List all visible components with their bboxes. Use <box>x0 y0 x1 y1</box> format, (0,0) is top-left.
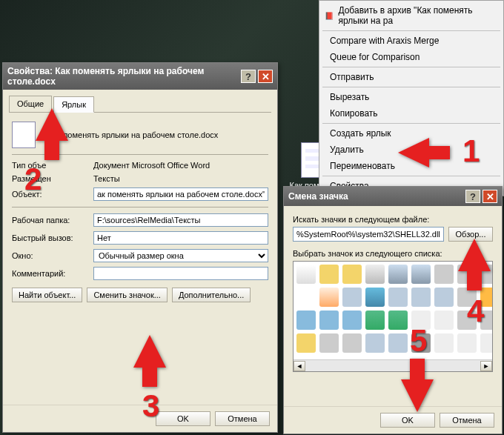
location-value: Тексты <box>93 174 268 183</box>
change-icon-dialog: Смена значка ? ✕ Искать значки в следующ… <box>283 186 503 434</box>
properties-cancel-button[interactable]: Отмена <box>215 411 270 426</box>
change-icon-ok-button[interactable]: OK <box>380 413 435 428</box>
icon-option[interactable] <box>342 265 362 284</box>
icon-list-scrollbar[interactable]: ◄ ► <box>294 359 492 371</box>
icon-option[interactable] <box>342 288 362 307</box>
file-type-icon <box>12 122 36 148</box>
icon-option[interactable] <box>434 333 454 353</box>
scroll-right-icon[interactable]: ► <box>480 361 492 371</box>
icon-option[interactable] <box>342 333 362 353</box>
icon-option[interactable] <box>365 333 385 353</box>
icon-option[interactable] <box>411 333 431 353</box>
change-icon-title: Смена значка <box>288 191 348 202</box>
properties-title: Свойства: Как поменять ярлыки на рабочем… <box>7 66 241 87</box>
tab-general[interactable]: Общие <box>9 96 52 112</box>
advanced-button[interactable]: Дополнительно... <box>172 288 251 302</box>
icon-option[interactable] <box>388 288 408 307</box>
change-icon-body: Искать значки в следующем файле: Обзор..… <box>284 206 502 381</box>
icon-option[interactable] <box>296 265 316 284</box>
browse-button[interactable]: Обзор... <box>448 227 493 242</box>
icon-option[interactable] <box>480 333 493 353</box>
comment-field[interactable] <box>93 267 268 280</box>
icon-option[interactable] <box>434 265 454 284</box>
change-icon-button[interactable]: Сменить значок... <box>87 288 168 302</box>
comment-label: Комментарий: <box>12 269 86 278</box>
workdir-label: Рабочая папка: <box>12 216 86 225</box>
icon-option[interactable] <box>411 311 431 330</box>
titlebar-close-button[interactable]: ✕ <box>483 190 497 203</box>
titlebar-close-button[interactable]: ✕ <box>258 70 273 83</box>
icon-option[interactable] <box>480 265 493 284</box>
icon-option[interactable] <box>342 311 362 330</box>
context-item-create-shortcut[interactable]: Создать ярлык <box>319 125 503 142</box>
icon-option[interactable] <box>411 288 431 307</box>
context-item-copy[interactable]: Копировать <box>319 105 503 122</box>
tabs: Общие Ярлык <box>9 96 271 113</box>
workdir-field[interactable] <box>93 213 268 227</box>
change-icon-cancel-button[interactable]: Отмена <box>440 413 494 428</box>
change-icon-titlebar: Смена значка ? ✕ <box>284 187 502 206</box>
context-label: Добавить в архив "Как поменять ярлыки на… <box>338 5 499 26</box>
titlebar-help-button[interactable]: ? <box>241 70 256 83</box>
icon-option[interactable] <box>480 311 493 330</box>
context-item-queue[interactable]: Queue for Comparison <box>319 49 503 65</box>
hotkey-label: Быстрый вызов: <box>12 233 86 242</box>
icon-option[interactable] <box>388 333 408 353</box>
properties-titlebar: Свойства: Как поменять ярлыки на рабочем… <box>3 63 277 90</box>
scroll-left-icon[interactable]: ◄ <box>294 361 305 371</box>
context-item-delete[interactable]: Удалить <box>319 142 503 158</box>
icon-option[interactable] <box>457 311 477 330</box>
icon-option[interactable] <box>388 265 408 284</box>
search-label: Искать значки в следующем файле: <box>293 215 493 224</box>
icon-option[interactable] <box>388 311 408 330</box>
properties-ok-button[interactable]: OK <box>156 411 210 426</box>
icon-option[interactable] <box>434 311 454 330</box>
pick-label: Выбрать значок из следующего списка: <box>293 249 493 258</box>
icon-option[interactable] <box>296 288 316 307</box>
context-item-cut[interactable]: Вырезать <box>319 89 503 105</box>
archive-icon: 📕 <box>324 10 334 21</box>
type-value: Документ Microsoft Office Word <box>93 161 268 170</box>
titlebar-help-button[interactable]: ? <box>465 190 480 203</box>
icon-option[interactable] <box>434 288 454 307</box>
icon-option[interactable] <box>319 311 339 330</box>
icon-option[interactable] <box>365 288 385 307</box>
location-label: Размещен <box>12 174 86 183</box>
icon-option[interactable] <box>365 265 385 284</box>
icon-list[interactable]: ◄ ► <box>293 261 493 372</box>
icon-option[interactable] <box>457 265 477 284</box>
run-select[interactable]: Обычный размер окна <box>93 249 268 262</box>
properties-dialog: Свойства: Как поменять ярлыки на рабочем… <box>2 62 278 433</box>
hotkey-field[interactable] <box>93 231 268 245</box>
icon-option[interactable] <box>319 265 339 284</box>
icon-option[interactable] <box>411 265 431 284</box>
context-menu: 📕 Добавить в архив "Как поменять ярлыки … <box>319 0 504 196</box>
target-label: Объект: <box>12 190 86 199</box>
tab-shortcut[interactable]: Ярлык <box>53 96 94 113</box>
icon-option[interactable] <box>319 333 339 353</box>
type-label: Тип объе <box>12 161 86 170</box>
find-target-button[interactable]: Найти объект... <box>12 288 82 302</box>
icon-option[interactable] <box>457 333 477 353</box>
icon-option[interactable] <box>365 311 385 330</box>
icon-option[interactable] <box>480 288 493 307</box>
icon-option[interactable] <box>296 311 316 330</box>
context-item-send[interactable]: Отправить <box>319 69 503 85</box>
context-item-compare[interactable]: Compare with Araxis Merge <box>319 33 503 49</box>
run-label: Окно: <box>12 251 86 260</box>
icon-option[interactable] <box>319 288 339 307</box>
context-item-add-archive[interactable]: 📕 Добавить в архив "Как поменять ярлыки … <box>319 2 503 29</box>
icon-path-field[interactable] <box>293 227 444 242</box>
icon-option[interactable] <box>457 288 477 307</box>
target-field[interactable] <box>93 187 268 201</box>
file-name-field[interactable] <box>44 128 268 142</box>
icon-option[interactable] <box>296 333 316 353</box>
properties-body: Тип объе Документ Microsoft Office Word … <box>3 113 277 311</box>
context-item-rename[interactable]: Переименовать <box>319 158 503 174</box>
